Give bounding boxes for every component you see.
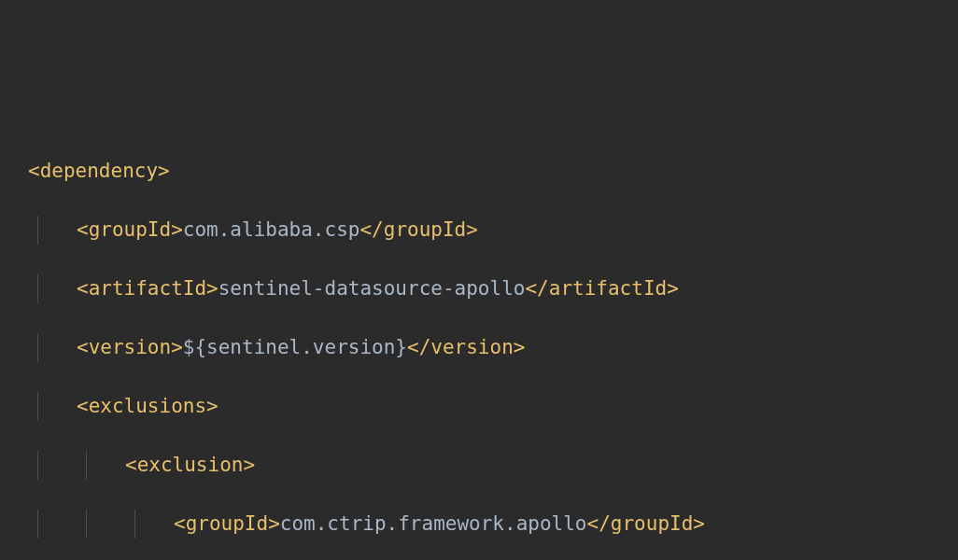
code-line: <exclusions> (0, 392, 958, 422)
code-line: <groupId>com.alibaba.csp</groupId> (0, 216, 958, 245)
xml-tag: <exclusion> (125, 454, 255, 476)
xml-text: com.alibaba.csp (183, 218, 360, 241)
xml-tag: </groupId> (359, 218, 477, 241)
xml-tag: </artifactId> (525, 277, 678, 300)
xml-tag: <artifactId> (77, 277, 218, 300)
xml-tag: </groupId> (587, 512, 705, 535)
xml-tag: <dependency> (28, 160, 170, 182)
code-line: <exclusion> (0, 451, 958, 481)
xml-tag: <version> (77, 336, 183, 358)
code-line: <groupId>com.ctrip.framework.apollo</gro… (0, 510, 958, 539)
xml-text: com.ctrip.framework.apollo (280, 512, 587, 535)
xml-tag: </version> (407, 336, 525, 358)
xml-text: ${sentinel.version} (183, 336, 407, 358)
xml-tag: <groupId> (77, 218, 183, 241)
xml-text: sentinel-datasource-apollo (218, 277, 526, 300)
code-editor[interactable]: <dependency> <groupId>com.alibaba.csp</g… (0, 127, 958, 560)
code-line: <artifactId>sentinel-datasource-apollo</… (0, 274, 958, 304)
xml-tag: <exclusions> (77, 395, 218, 417)
xml-tag: <groupId> (174, 512, 280, 535)
code-line: <dependency> (0, 157, 958, 187)
code-line: <version>${sentinel.version}</version> (0, 333, 958, 363)
